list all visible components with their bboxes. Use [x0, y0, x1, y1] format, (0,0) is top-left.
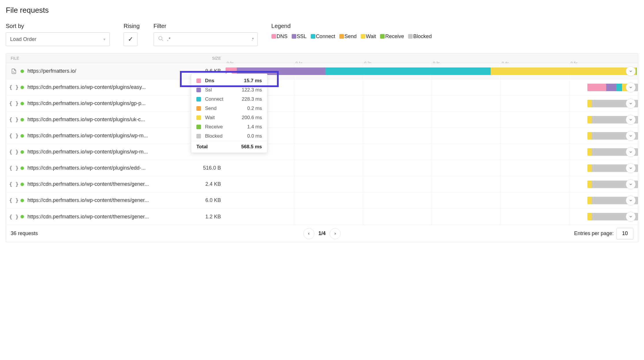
chevron-down-icon: ▾ — [103, 37, 105, 42]
next-page-button[interactable] — [330, 228, 341, 239]
tooltip-metric-value: 122.3 ms — [242, 87, 262, 93]
controls-bar: Sort by Load Order ▾ Rising ✓ Filter .* … — [6, 23, 638, 46]
tooltip-metric-label: Wait — [205, 115, 238, 121]
legend-item: Send — [339, 33, 357, 40]
rising-toggle[interactable]: ✓ — [124, 32, 137, 46]
bar-segment-wait — [587, 181, 592, 188]
status-dot — [21, 150, 24, 154]
expand-row-button[interactable] — [626, 82, 636, 92]
table-row: { } https://cdn.perfmatters.io/wp-conten… — [6, 176, 638, 192]
expand-row-button[interactable] — [626, 99, 636, 108]
tooltip-swatch — [196, 97, 201, 102]
bar-segment-receive — [636, 68, 637, 75]
timeline-cell — [226, 79, 638, 95]
tooltip-row: Blocked 0.0 ms — [191, 132, 267, 141]
tooltip-swatch — [196, 106, 201, 111]
timeline-cell — [226, 63, 638, 79]
check-icon: ✓ — [128, 35, 133, 43]
expand-row-button[interactable] — [626, 196, 636, 205]
tooltip-swatch — [196, 115, 201, 120]
filter-input[interactable] — [167, 36, 249, 43]
request-url: https://cdn.perfmatters.io/wp-content/th… — [27, 181, 149, 187]
request-url: https://cdn.perfmatters.io/wp-content/th… — [27, 214, 149, 220]
table-footer: 36 requests 1/4 Entries per page: — [6, 225, 638, 242]
code-icon: { } — [11, 149, 17, 155]
table-row: { } https://cdn.perfmatters.io/wp-conten… — [6, 128, 638, 144]
table-row: { } https://cdn.perfmatters.io/wp-conten… — [6, 209, 638, 225]
size-value: 516.0 B — [162, 165, 226, 171]
tooltip-metric-value: 0.0 ms — [247, 133, 262, 139]
svg-point-0 — [159, 36, 162, 40]
table-row: { } https://cdn.perfmatters.io/wp-conten… — [6, 192, 638, 209]
tooltip-metric-value: 0.2 ms — [247, 106, 262, 111]
tooltip-metric-label: Connect — [205, 96, 238, 102]
size-value: 6.0 KB — [162, 197, 226, 203]
tooltip-total-value: 568.5 ms — [241, 144, 262, 150]
legend-item: Receive — [380, 33, 404, 40]
document-icon — [11, 68, 17, 74]
sort-label: Sort by — [6, 23, 110, 29]
table-row: { } https://cdn.perfmatters.io/wp-conten… — [6, 160, 638, 176]
timeline-cell — [226, 209, 638, 225]
bar-segment-wait — [587, 213, 592, 220]
table-row: { } https://cdn.perfmatters.io/wp-conten… — [6, 95, 638, 112]
code-icon: { } — [11, 84, 17, 91]
size-value: 9.6 KB — [162, 68, 226, 74]
code-icon: { } — [11, 181, 17, 187]
entries-label: Entries per page: — [574, 230, 614, 237]
tooltip-row: Ssl 122.3 ms — [191, 85, 267, 95]
timing-tooltip: Dns 15.7 ms Ssl 122.3 ms Connect 228.3 m… — [191, 74, 267, 153]
sort-select[interactable]: Load Order ▾ — [6, 32, 110, 46]
request-url: https://cdn.perfmatters.io/wp-content/pl… — [27, 84, 146, 90]
status-dot — [21, 70, 24, 73]
code-icon: { } — [11, 197, 17, 204]
expand-row-button[interactable] — [626, 179, 636, 189]
legend-item: Wait — [361, 33, 376, 40]
bar-segment-wait — [587, 100, 592, 107]
prev-page-button[interactable] — [303, 228, 314, 239]
timeline-cell — [226, 192, 638, 208]
status-dot — [21, 118, 24, 121]
bar-segment-ssl — [606, 84, 616, 91]
tooltip-metric-value: 200.6 ms — [242, 115, 262, 121]
tooltip-swatch — [196, 78, 201, 83]
tooltip-row: Wait 200.6 ms — [191, 113, 267, 122]
tooltip-metric-label: Dns — [205, 78, 241, 84]
tooltip-metric-value: 228.3 ms — [242, 96, 262, 102]
legend-swatch — [361, 34, 365, 39]
status-dot — [21, 183, 24, 186]
timeline-cell — [226, 144, 638, 160]
bar-segment-wait — [587, 148, 592, 156]
waterfall-bar[interactable] — [226, 68, 637, 75]
expand-row-button[interactable] — [626, 147, 636, 157]
bar-segment-connect — [616, 84, 622, 91]
legend-item: Connect — [311, 33, 335, 40]
request-url: https://perfmatters.io/ — [27, 68, 76, 74]
regex-indicator: .* — [252, 37, 253, 42]
tooltip-metric-label: Ssl — [205, 87, 238, 93]
expand-row-button[interactable] — [626, 163, 636, 173]
expand-row-button[interactable] — [626, 212, 636, 222]
col-header-size: SIZE — [162, 56, 226, 61]
sort-value: Load Order — [10, 36, 36, 42]
expand-row-button[interactable] — [626, 131, 636, 141]
code-icon: { } — [11, 165, 17, 171]
size-value: 2.4 KB — [162, 181, 226, 187]
entries-input[interactable] — [617, 228, 633, 239]
tooltip-metric-value: 1.4 ms — [247, 124, 262, 130]
timeline-cell — [226, 176, 638, 192]
tooltip-row: Receive 1.4 ms — [191, 122, 267, 132]
expand-row-button[interactable] — [626, 66, 636, 76]
request-url: https://cdn.perfmatters.io/wp-content/pl… — [27, 165, 146, 171]
legend-swatch — [271, 34, 276, 39]
filter-input-wrap[interactable]: .* — [154, 32, 258, 46]
request-url: https://cdn.perfmatters.io/wp-content/pl… — [27, 100, 146, 106]
bar-segment-wait — [587, 197, 592, 204]
bar-segment-wait — [587, 116, 592, 123]
legend-swatch — [408, 34, 413, 39]
legend-item: SSL — [292, 33, 307, 40]
expand-row-button[interactable] — [626, 115, 636, 125]
tooltip-row: Connect 228.3 ms — [191, 95, 267, 104]
status-dot — [21, 199, 24, 202]
search-icon — [158, 36, 164, 43]
